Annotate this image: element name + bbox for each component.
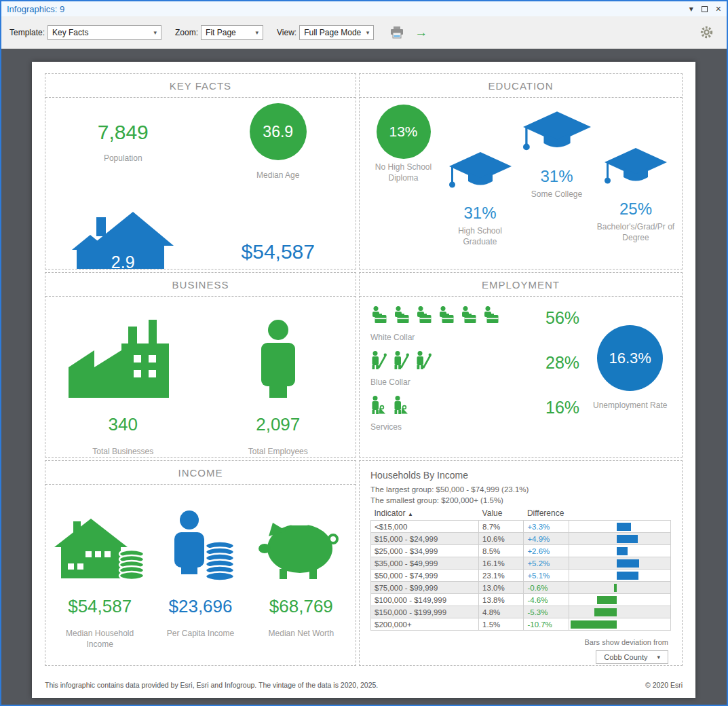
piggy-bank-icon [258,513,345,581]
view-dropdown[interactable]: Full Page Mode ▾ [299,25,374,40]
deviation-bar-cell [569,606,670,618]
deviation-bar [617,523,631,531]
white-collar-icon [370,306,387,327]
template-label: Template: [9,28,45,37]
deviation-source-value: Cobb County [604,653,647,661]
chevron-down-icon: ▾ [256,29,259,36]
median-age-label: Median Age [256,170,299,181]
income-table: Indicator ▲ Value Difference <$15,0008.7… [370,508,671,631]
employment-categories: 56%White Collar28%Blue Collar16%Services [370,308,586,442]
high-school-grad-pct: 31% [463,204,496,223]
total-businesses-label: Total Businesses [92,446,153,457]
services-icon [393,396,409,417]
population-label: Population [104,153,142,164]
income-table-row: <$15,0008.7%+3.3% [371,521,671,533]
blue-collar-icon [393,351,409,372]
deviation-bar-cell [569,618,670,631]
deviation-bar-cell [569,533,670,545]
gear-icon[interactable] [700,26,713,39]
business-section: BUSINESS [45,272,356,458]
income-table-row: $15,000 - $24,99910.6%+4.9% [371,533,671,545]
unemployment-rate-value: 16.3% [609,350,651,367]
deviation-bar-cell [569,545,670,557]
deviation-bar [571,620,616,629]
unemployment-rate-badge: 16.3% [597,325,663,391]
deviation-bar-cell [569,521,670,533]
infographics-window: Infographics: 9 ▾ × Template: Key Facts … [0,0,728,706]
white-collar-icon [415,306,432,327]
population-value: 7,849 [98,121,149,144]
sort-ascending-icon: ▲ [408,511,413,517]
value-cell: 8.7% [479,521,524,533]
difference-column-header[interactable]: Difference [524,508,569,521]
education-section: EDUCATION 13% No High School Diploma [359,73,683,270]
graduation-cap-icon [605,148,667,191]
print-icon[interactable] [390,26,404,39]
deviation-bar-cell [569,594,670,606]
income-table-header: Indicator ▲ Value Difference [371,508,671,521]
value-cell: 23.1% [479,570,524,582]
white-collar-icon [438,306,454,327]
window-title: Infographics: 9 [7,4,64,14]
factory-icon [69,320,177,398]
indicator-column-header[interactable]: Indicator ▲ [371,508,479,521]
difference-cell: -0.6% [524,582,569,594]
zoom-value: Fit Page [206,28,236,37]
total-employees-value: 2,097 [256,414,300,435]
some-college-pct: 31% [540,167,573,186]
households-by-income-section: Households By Income The largest group: … [359,460,683,666]
data-disclaimer: This infographic contains data provided … [45,681,378,689]
value-cell: 8.5% [479,545,524,557]
income-table-row: $100,000 - $149,99913.8%-4.6% [371,594,671,606]
total-businesses-value: 340 [109,414,138,435]
indicator-header-label: Indicator [375,508,406,518]
deviation-bar [617,572,638,580]
bar-column-header [569,508,670,521]
maximize-icon[interactable] [702,6,708,12]
close-icon[interactable]: × [716,4,721,14]
median-household-income-label: Median Household Income [60,628,140,650]
indicator-cell: $50,000 - $74,999 [371,570,479,582]
median-age-badge: 36.9 [250,103,307,160]
indicator-cell: $15,000 - $24,999 [371,533,479,545]
toolbar: Template: Key Facts ▾ Zoom: Fit Page ▾ V… [1,16,727,49]
high-school-grad-label: High School Graduate [450,225,511,247]
template-dropdown[interactable]: Key Facts ▾ [47,25,161,40]
income-table-row: $200,000+1.5%-10.7% [371,618,671,631]
zoom-dropdown[interactable]: Fit Page ▾ [201,25,263,40]
value-cell: 1.5% [479,618,524,631]
deviation-source-dropdown[interactable]: Cobb County ▾ [596,650,668,664]
employment-category-label: Services [370,422,586,432]
deviation-bar [617,535,638,543]
value-cell: 13.0% [479,582,524,594]
employment-category-pct: 28% [545,353,579,373]
employment-category-pct: 56% [545,308,579,328]
export-arrow-icon[interactable]: → [415,25,427,40]
no-high-school-label: No High School Diploma [370,162,438,183]
employment-category: 16%Services [370,397,586,432]
indicator-cell: $25,000 - $34,999 [371,545,479,557]
zoom-label: Zoom: [175,28,198,37]
deviation-bar-cell [569,570,670,582]
bachelors-label: Bachelor's/Grad/Pr of Degree [595,221,676,243]
smallest-group-text: The smallest group: $200,000+ (1.5%) [370,496,671,504]
window-menu-chevron-icon[interactable]: ▾ [689,5,693,13]
income-table-row: $50,000 - $74,99923.1%+5.1% [371,570,671,582]
median-household-income-value: $54,587 [68,596,132,617]
key-facts-section: KEY FACTS 7,849 Population 36.9 Median A… [45,73,356,270]
difference-cell: -5.3% [524,606,569,618]
value-cell: 4.8% [479,606,524,618]
chevron-down-icon: ▾ [366,29,370,36]
no-high-school-pct: 13% [389,124,417,140]
difference-cell: +5.2% [524,557,569,570]
deviation-bar [617,547,628,555]
income-title: INCOME [45,461,356,485]
employment-title: EMPLOYMENT [360,273,682,297]
difference-cell: +5.1% [524,570,569,582]
value-column-header[interactable]: Value [479,508,524,521]
deviation-bar [597,596,617,604]
deviation-note: Bars show deviation from [370,638,671,646]
median-age-value: 36.9 [263,123,293,141]
income-section: INCOME [45,460,356,666]
business-title: BUSINESS [45,273,356,297]
